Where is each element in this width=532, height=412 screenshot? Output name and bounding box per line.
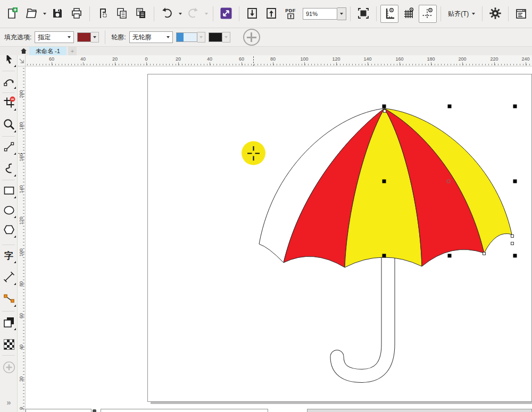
options-gear-button[interactable]: [486, 5, 504, 23]
app-launcher-button[interactable]: 启动: [512, 5, 532, 23]
open-folder-button[interactable]: [22, 5, 40, 23]
import-button[interactable]: [243, 5, 261, 23]
ruler-tick: [422, 64, 422, 65]
connector-tool[interactable]: [2, 292, 16, 307]
ruler-tick: [125, 64, 126, 65]
ruler-tick: [23, 239, 24, 239]
curve-tool[interactable]: [2, 162, 16, 176]
chevron-down-icon: [93, 36, 96, 38]
chevron-down-icon: [43, 13, 46, 15]
ruler-tick: [93, 64, 94, 65]
zoom-tool-icon: [3, 118, 15, 132]
crop-tool[interactable]: [2, 96, 16, 111]
outline-width-dropdown[interactable]: 无轮廓: [129, 31, 173, 43]
ruler-tick: [23, 302, 24, 302]
ruler-tick: [261, 64, 261, 65]
pdf-button[interactable]: PDF: [281, 5, 300, 23]
paste-button[interactable]: [132, 5, 150, 23]
home-button[interactable]: [18, 47, 29, 55]
v-ruler-label: 0: [19, 403, 24, 412]
copy-icon: [115, 7, 128, 21]
app-launcher-icon: [512, 5, 530, 23]
ruler-tick: [371, 64, 372, 65]
add-tool-button[interactable]: [2, 361, 16, 375]
toolbar-separator: [154, 6, 154, 21]
text-tool[interactable]: 字: [2, 249, 16, 263]
show-rulers-button[interactable]: [380, 5, 398, 23]
cut-button[interactable]: [94, 5, 112, 23]
show-grid-button[interactable]: [400, 5, 418, 23]
ruler-tick: [140, 64, 141, 65]
new-tab-button[interactable]: +: [68, 47, 77, 55]
ruler-origin-icon: [19, 58, 24, 64]
h-ruler-label: 80: [270, 56, 276, 62]
ruler-tick: [510, 64, 511, 65]
copy-button[interactable]: [113, 5, 131, 23]
rectangle-tool[interactable]: [2, 184, 16, 198]
add-property-button[interactable]: [243, 29, 260, 46]
zoom-level-combo[interactable]: 91%: [303, 7, 346, 20]
ruler-tick: [96, 64, 97, 65]
outline-color-swatch[interactable]: [209, 32, 230, 43]
show-guidelines-button[interactable]: [419, 5, 437, 23]
ruler-tick: [23, 109, 24, 110]
ruler-tick: [324, 64, 325, 65]
ruler-tick: [166, 64, 167, 65]
ruler-tick: [169, 64, 170, 65]
ruler-tick: [23, 131, 24, 132]
fill-type-dropdown[interactable]: 指定: [35, 31, 74, 43]
export-button[interactable]: [262, 5, 280, 23]
transparency-tool[interactable]: [2, 338, 16, 352]
undo-button[interactable]: [158, 5, 176, 23]
ruler-tick: [156, 64, 157, 65]
zoom-level-value[interactable]: 91%: [303, 8, 337, 20]
open-folder-dropdown-button[interactable]: [41, 6, 47, 22]
ruler-tick: [346, 64, 347, 65]
connect-button[interactable]: [217, 5, 235, 23]
ruler-tick: [163, 64, 163, 65]
scrollbar-thumb-button[interactable]: [93, 409, 96, 412]
ruler-tick: [343, 64, 344, 65]
ruler-origin[interactable]: [18, 55, 26, 66]
horizontal-scrollbar-track[interactable]: [307, 409, 532, 412]
ellipse-tool[interactable]: [2, 204, 16, 218]
outline-pen-dropdown-button: [197, 32, 205, 43]
freehand-tool[interactable]: [2, 140, 16, 155]
ruler-tick: [394, 64, 394, 65]
new-document-button[interactable]: [3, 5, 21, 23]
ruler-tick: [23, 138, 24, 138]
redo-button[interactable]: [184, 5, 202, 23]
flyout-indicator: [14, 174, 16, 176]
ruler-tick: [419, 64, 419, 65]
page-navigator[interactable]: [26, 409, 92, 412]
shape-tool[interactable]: [2, 74, 16, 89]
redo-dropdown-button[interactable]: [203, 6, 209, 22]
horizontal-scrollbar-thumb[interactable]: [101, 409, 268, 412]
ruler-tick: [23, 103, 24, 103]
dimension-tool[interactable]: [2, 271, 16, 285]
document-tab-active[interactable]: 未命名 -1: [29, 47, 66, 55]
fill-color-picker[interactable]: [77, 32, 99, 43]
drop-shadow-tool[interactable]: [2, 316, 16, 330]
toolbar-separator: [350, 6, 351, 21]
ruler-tick: [30, 64, 31, 65]
horizontal-ruler[interactable]: 604020020406080100120140160180200220240: [26, 55, 532, 66]
more-tools-button[interactable]: »: [1, 398, 16, 407]
save-button[interactable]: [48, 5, 66, 23]
ruler-tick: [298, 64, 299, 65]
zoom-level-dropdown-button[interactable]: [337, 7, 346, 20]
fill-color-swatch[interactable]: [77, 32, 91, 42]
ruler-tick: [327, 64, 328, 65]
snap-to-menu[interactable]: 贴齐(T): [445, 6, 478, 22]
print-button[interactable]: [68, 5, 86, 23]
polygon-tool[interactable]: [2, 223, 16, 238]
ruler-tick: [501, 64, 502, 65]
undo-dropdown-button[interactable]: [177, 6, 183, 22]
vertical-ruler[interactable]: 200180160140120100806040200: [18, 66, 26, 412]
outline-label: 轮廓:: [111, 33, 126, 42]
zoom-tool[interactable]: [2, 118, 16, 132]
fill-color-dropdown-button[interactable]: [91, 32, 99, 43]
document-tab-bar: 未命名 -1 +: [0, 47, 532, 55]
fullscreen-preview-button[interactable]: [354, 5, 372, 23]
outline-pen-swatch[interactable]: [176, 32, 205, 43]
